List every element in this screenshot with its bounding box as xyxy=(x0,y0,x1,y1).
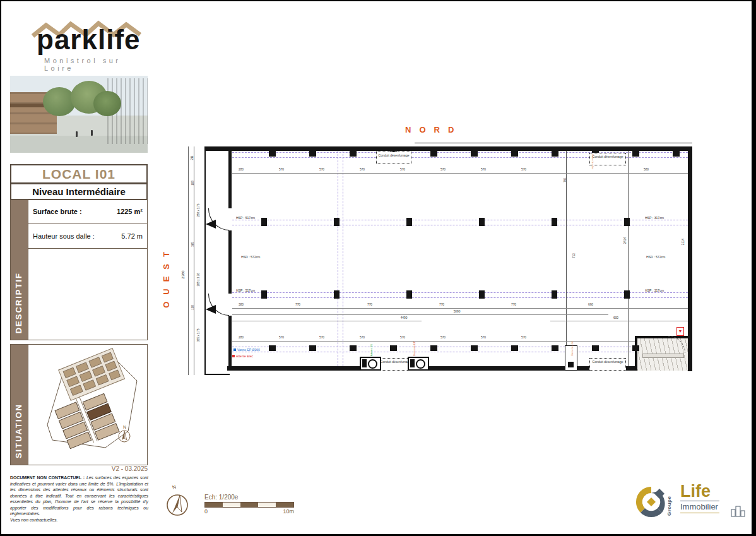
descriptif-tab: DESCRIPTIF xyxy=(11,200,28,340)
plan-column xyxy=(261,290,267,299)
left-ruler: 2380 211108288 x 3.76365288 x 3.76108365… xyxy=(188,146,204,375)
plan-column xyxy=(511,151,518,157)
plan-column xyxy=(471,345,478,351)
dim-total-left: 2380 xyxy=(181,270,185,278)
grid-line xyxy=(628,151,629,366)
plan-column xyxy=(430,151,437,157)
scale-ten: 10m xyxy=(283,508,294,515)
site-compass-n: N xyxy=(123,425,126,429)
dim-line xyxy=(232,314,608,315)
hsp-band xyxy=(232,220,688,225)
dim-line xyxy=(232,341,688,342)
plan-sheet: parklife Monistrol sur Loire LOCAL I01 N… xyxy=(0,0,756,536)
disclaimer-body: Les surfaces des espaces sont indicative… xyxy=(10,475,148,516)
grid-line xyxy=(566,151,567,366)
dim-label: 280 xyxy=(239,168,244,171)
plan-column xyxy=(479,218,485,226)
site-buildings-north xyxy=(59,348,125,401)
scale-bar-graphic xyxy=(204,502,294,508)
groupe-label: Groupe xyxy=(666,496,672,516)
scale-label: Ech: 1/200e xyxy=(204,494,294,501)
dim-label: 770 xyxy=(439,303,444,306)
plan-column xyxy=(334,218,340,226)
surface-value: 1225 m² xyxy=(117,208,143,215)
dim-label: 288 x 3.76 xyxy=(197,273,200,286)
fire-extinguisher-icon xyxy=(676,327,684,336)
pedestrian xyxy=(76,131,78,137)
dim-label: 365 x 3.78 xyxy=(197,328,200,342)
dim-label: 288 x 3.76 xyxy=(197,203,200,217)
utility-note-red: Attente Elec xyxy=(232,354,253,358)
dim-label: 570 xyxy=(279,336,284,339)
joint-line xyxy=(338,151,338,366)
plan-column xyxy=(350,345,357,351)
dim-label: 570 xyxy=(440,336,446,339)
technical-unit xyxy=(360,357,381,371)
dim-label: 570 xyxy=(521,168,526,171)
corridor-wall xyxy=(228,151,232,208)
plan-column xyxy=(269,345,276,351)
dim-label: 660 xyxy=(588,303,593,306)
corridor-end xyxy=(204,374,230,375)
plan-column xyxy=(624,218,630,226)
wall-parapet xyxy=(415,143,692,143)
dim-label: 712 xyxy=(572,253,576,258)
dim-label: 570 xyxy=(360,336,365,339)
plan-column xyxy=(350,151,357,157)
descriptif-label: DESCRIPTIF xyxy=(14,272,23,333)
plan-column xyxy=(269,151,276,157)
buildings-icon xyxy=(730,504,747,517)
utility-note-green: Attente EU xyxy=(370,344,373,356)
situation-panel: SITUATION xyxy=(10,344,148,465)
corridor-wall xyxy=(228,230,232,294)
dim-label: 4490 xyxy=(401,316,408,319)
dim-label: 580 xyxy=(644,168,649,171)
hsp-label: HSP : 317cm xyxy=(645,217,664,220)
smoke-duct: Conduit désenfumage xyxy=(376,152,411,164)
disclaimer-note: Vues non contractuelles. xyxy=(10,518,57,522)
plan-column xyxy=(552,151,558,157)
dim-label: 2114 xyxy=(682,239,685,245)
plan-column xyxy=(334,290,340,299)
groupe-life-logo: Groupe Life Immobilier xyxy=(634,482,751,521)
ruler-line xyxy=(188,146,189,375)
west-label: OUEST xyxy=(162,245,171,308)
height-value: 5.72 m xyxy=(121,232,143,240)
plan-column xyxy=(309,345,316,351)
smoke-duct: Conduit désenfumage xyxy=(589,153,626,165)
life-g-icon xyxy=(634,485,668,519)
door-leaf xyxy=(206,220,216,229)
dim-label: 570 xyxy=(400,336,405,339)
utility-note-orange: Gaine à créer xyxy=(570,341,574,356)
dim-label: 108 xyxy=(191,181,194,186)
dim-line xyxy=(232,321,422,321)
street-photo xyxy=(10,76,148,153)
dim-label: 570 xyxy=(481,336,486,339)
plan-column xyxy=(624,290,630,299)
plan-column xyxy=(592,345,599,351)
site-map: N xyxy=(28,345,147,464)
smoke-duct: Conduit désenfumage xyxy=(589,358,626,371)
joint-line xyxy=(343,151,343,366)
hsp-label: HSP : 317cm xyxy=(645,289,664,292)
dim-label: 380 xyxy=(239,303,244,306)
plan-column xyxy=(632,345,639,351)
hsd-label: HSD : 572cm xyxy=(646,256,665,259)
scale-zero: 0 xyxy=(204,508,208,515)
dim-label: 570 xyxy=(319,168,324,171)
corridor-wall xyxy=(228,316,232,367)
dim-label: 570 xyxy=(279,168,284,171)
dim-label: 365 xyxy=(191,242,194,247)
plan-column xyxy=(552,218,557,226)
hsd-label: HSD : 572cm xyxy=(241,256,260,259)
level-title: Niveau Intermédiaire xyxy=(10,183,148,200)
brand-subtitle: Monistrol sur Loire xyxy=(44,57,150,72)
dim-line xyxy=(232,308,688,309)
wall-west-facade xyxy=(204,146,206,375)
plan-column xyxy=(406,290,412,299)
dim-label: 2414 xyxy=(623,237,627,244)
plan-column xyxy=(406,218,412,226)
disclaimer: DOCUMENT NON CONTRACTUEL : Les surfaces … xyxy=(10,475,148,523)
surface-label: Surface brute : xyxy=(33,208,82,215)
plan-column xyxy=(479,290,485,299)
